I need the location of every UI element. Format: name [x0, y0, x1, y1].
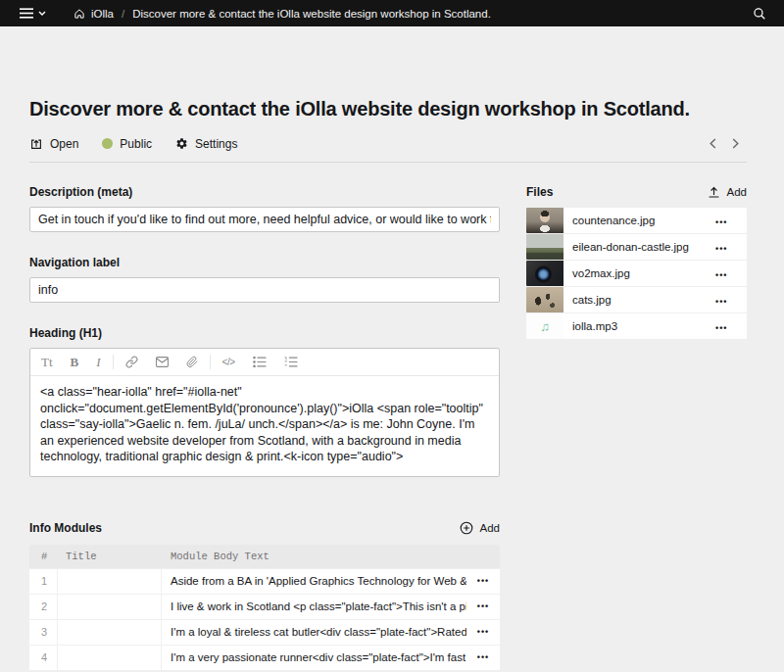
heading-editor: Tt B I </> [29, 348, 500, 477]
file-thumbnail [526, 261, 564, 286]
file-row[interactable]: eilean-donan-castle.jpg ••• [526, 234, 747, 260]
settings-button[interactable]: Settings [175, 137, 237, 151]
table-row[interactable]: 4 I'm a very passionate runner<div class… [29, 645, 500, 670]
page-content: Discover more & contact the iOlla websit… [0, 97, 784, 670]
email-icon[interactable] [156, 357, 169, 367]
column-header-num: # [29, 545, 57, 568]
chevron-left-icon [710, 138, 716, 149]
info-modules-section: Info Modules Add # Title Module Body Tex… [29, 521, 500, 670]
add-module-button[interactable]: Add [460, 521, 500, 535]
link-icon[interactable] [125, 356, 138, 368]
attachment-icon[interactable] [186, 356, 198, 368]
search-icon [753, 7, 766, 21]
column-header-body: Module Body Text [162, 545, 466, 568]
navigation-label-input[interactable] [29, 277, 500, 303]
file-options-button[interactable]: ••• [715, 323, 727, 333]
description-field-label: Description (meta) [29, 185, 500, 199]
description-input[interactable] [29, 207, 500, 232]
row-title-cell [57, 595, 162, 619]
chevron-down-icon [38, 11, 46, 16]
toolbar-divider [210, 355, 211, 369]
italic-icon[interactable]: I [96, 355, 100, 370]
file-options-button[interactable]: ••• [715, 270, 727, 280]
heading-field-label: Heading (H1) [29, 326, 500, 340]
headline-format-icon[interactable]: Tt [41, 355, 53, 370]
files-title: Files [526, 185, 553, 199]
file-name: iolla.mp3 [572, 320, 715, 332]
file-name: cats.jpg [572, 294, 715, 306]
upload-icon [708, 186, 720, 199]
file-options-button[interactable]: ••• [715, 217, 727, 227]
info-modules-title: Info Modules [29, 521, 102, 535]
row-title-cell [57, 646, 162, 670]
breadcrumb-app-label: iOlla [91, 8, 114, 20]
page-action-bar: Open Public Settings [29, 135, 747, 152]
topbar: iOlla / Discover more & contact the iOll… [0, 0, 784, 26]
row-number: 3 [29, 620, 57, 645]
files-section: Files Add countenance.jpg ••• [526, 185, 747, 339]
file-row[interactable]: vo2max.jpg ••• [526, 261, 747, 286]
info-modules-table: # Title Module Body Text 1 Aside from a … [29, 545, 500, 670]
table-row[interactable]: 2 I live & work in Scotland <p class="pl… [29, 594, 500, 619]
table-row[interactable]: 1 Aside from a BA in 'Applied Graphics T… [29, 568, 500, 594]
file-name: eilean-donan-castle.jpg [572, 241, 715, 253]
main-menu-button[interactable] [14, 4, 52, 23]
header-divider [29, 162, 747, 163]
file-row[interactable]: ♫ iolla.mp3 ••• [526, 313, 747, 339]
breadcrumb-page[interactable]: Discover more & contact the iOlla websit… [132, 8, 491, 20]
navigation-field-label: Navigation label [29, 256, 500, 269]
bold-icon[interactable]: B [71, 355, 79, 370]
heading-field: Heading (H1) Tt B I [29, 326, 500, 477]
breadcrumb-home[interactable]: iOlla [74, 8, 114, 20]
row-number: 2 [29, 595, 57, 619]
row-title-cell [57, 569, 162, 594]
file-options-button[interactable]: ••• [715, 297, 727, 307]
ordered-list-icon[interactable] [284, 357, 298, 367]
editor-toolbar: Tt B I </> [30, 349, 499, 376]
add-file-button[interactable]: Add [708, 186, 747, 199]
file-name: countenance.jpg [572, 215, 715, 226]
breadcrumb-page-label: Discover more & contact the iOlla websit… [132, 8, 491, 20]
open-preview-button[interactable]: Open [29, 137, 78, 151]
table-row[interactable]: 3 I'm a loyal & tireless cat butler<div … [29, 619, 500, 645]
description-field: Description (meta) [29, 185, 500, 232]
row-title-cell [57, 620, 162, 645]
file-name: vo2max.jpg [572, 267, 715, 279]
status-toggle[interactable]: Public [102, 137, 152, 151]
search-button[interactable] [749, 3, 770, 24]
hamburger-icon [20, 8, 33, 19]
heading-editor-content[interactable]: <a class="hear-iolla" href="#iolla-net" … [30, 376, 499, 476]
file-row[interactable]: cats.jpg ••• [526, 287, 747, 312]
next-page-button[interactable] [724, 135, 747, 152]
row-body-cell: I live & work in Scotland <p class="plat… [162, 595, 466, 619]
row-options-button[interactable]: ••• [477, 576, 489, 586]
audio-note-icon: ♫ [526, 313, 564, 339]
row-options-button[interactable]: ••• [477, 601, 489, 611]
add-module-label: Add [480, 522, 500, 534]
file-options-button[interactable]: ••• [715, 244, 727, 254]
bullet-list-icon[interactable] [253, 357, 267, 367]
file-thumbnail [526, 208, 564, 233]
row-options-button[interactable]: ••• [477, 627, 489, 637]
file-thumbnail [526, 287, 564, 312]
breadcrumb: iOlla / Discover more & contact the iOll… [74, 8, 491, 20]
row-body-cell: I'm a very passionate runner<div class="… [162, 646, 466, 670]
status-public-dot-icon [102, 138, 113, 149]
toolbar-divider [113, 355, 114, 369]
column-header-title: Title [57, 545, 162, 568]
add-file-label: Add [727, 186, 747, 198]
chevron-right-icon [732, 138, 739, 149]
navigation-label-field: Navigation label [29, 256, 500, 303]
table-header-row: # Title Module Body Text [29, 545, 500, 568]
breadcrumb-separator: / [122, 8, 124, 20]
files-list: countenance.jpg ••• eilean-donan-castle.… [526, 208, 747, 339]
gear-icon [175, 137, 188, 150]
prev-page-button[interactable] [702, 135, 724, 152]
row-body-cell: Aside from a BA in 'Applied Graphics Tec… [162, 569, 466, 594]
row-options-button[interactable]: ••• [477, 652, 489, 662]
file-row[interactable]: countenance.jpg ••• [526, 208, 747, 233]
row-number: 4 [29, 646, 57, 670]
status-label: Public [120, 137, 152, 151]
code-icon[interactable]: </> [222, 357, 235, 367]
row-body-cell: I'm a loyal & tireless cat butler<div cl… [162, 620, 466, 645]
